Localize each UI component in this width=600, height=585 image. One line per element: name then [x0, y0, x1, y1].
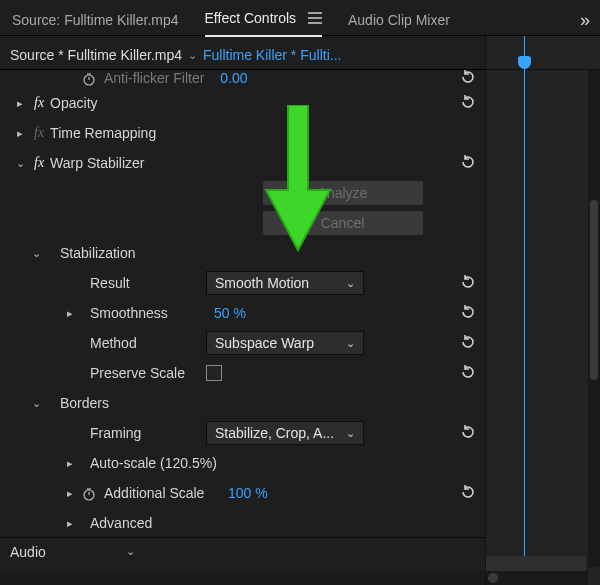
framing-label: Framing: [90, 425, 200, 441]
playhead-line: [524, 36, 525, 585]
method-label: Method: [90, 335, 200, 351]
chevron-right-icon[interactable]: ▸: [64, 517, 76, 530]
tab-effect-controls-label: Effect Controls: [205, 10, 297, 26]
chevron-down-icon: ⌄: [346, 427, 355, 440]
timeline-h-scroll[interactable]: [486, 571, 588, 585]
chevron-right-icon[interactable]: ▸: [14, 127, 26, 140]
tab-effect-controls[interactable]: Effect Controls: [205, 4, 322, 37]
prop-result: Result Smooth Motion ⌄: [0, 268, 485, 298]
warp-action-buttons: Analyze Cancel: [0, 178, 485, 238]
scrollbar-thumb[interactable]: [590, 200, 598, 380]
clip-label[interactable]: Fulltime Killer * Fullti...: [203, 47, 341, 63]
source-label: Source * Fulltime Killer.mp4: [10, 47, 182, 63]
method-select[interactable]: Subspace Warp ⌄: [206, 331, 364, 355]
audio-label: Audio: [10, 544, 46, 560]
reset-button[interactable]: [459, 303, 477, 324]
panel-tabs: Source: Fulltime Killer.mp4 Effect Contr…: [0, 0, 600, 36]
reset-button[interactable]: [459, 483, 477, 504]
chevron-down-icon[interactable]: ⌄: [30, 247, 42, 260]
hamburger-icon[interactable]: [308, 11, 322, 27]
tab-source[interactable]: Source: Fulltime Killer.mp4: [12, 6, 179, 36]
timeline-ruler[interactable]: [486, 36, 600, 70]
framing-select[interactable]: Stabilize, Crop, A... ⌄: [206, 421, 364, 445]
stopwatch-icon[interactable]: [82, 485, 98, 501]
result-select[interactable]: Smooth Motion ⌄: [206, 271, 364, 295]
chevron-down-icon: ⌄: [346, 277, 355, 290]
chevron-down-icon[interactable]: ⌄: [126, 545, 135, 558]
smoothness-label: Smoothness: [90, 305, 208, 321]
zoom-knob-left[interactable]: [488, 573, 498, 583]
borders-header: Borders: [60, 395, 109, 411]
reset-button[interactable]: [459, 363, 477, 384]
effect-warp-stabilizer[interactable]: ⌄ fx Warp Stabilizer: [0, 148, 485, 178]
chevron-down-icon[interactable]: ⌄: [30, 397, 42, 410]
chevron-down-icon[interactable]: ⌄: [14, 157, 26, 170]
method-value: Subspace Warp: [215, 335, 314, 351]
smoothness-value[interactable]: 50 %: [214, 305, 246, 321]
chevron-right-icon[interactable]: ▸: [64, 307, 76, 320]
reset-button[interactable]: [459, 153, 477, 174]
result-label: Result: [90, 275, 200, 291]
advanced-header: Advanced: [90, 515, 152, 531]
panel-h-scroll[interactable]: [0, 571, 485, 585]
chevron-down-icon[interactable]: ⌄: [188, 49, 197, 62]
vertical-scrollbar[interactable]: [588, 70, 600, 567]
prop-anti-flicker: ▸ Anti-flicker Filter 0.00: [0, 70, 485, 88]
fx-icon[interactable]: fx: [34, 95, 44, 111]
preserve-scale-label: Preserve Scale: [90, 365, 200, 381]
effect-time-remapping[interactable]: ▸ fx Time Remapping: [0, 118, 485, 148]
result-value: Smooth Motion: [215, 275, 309, 291]
chevron-down-icon: ⌄: [346, 337, 355, 350]
warp-stabilizer-label: Warp Stabilizer: [50, 155, 144, 171]
reset-button[interactable]: [459, 93, 477, 114]
anti-flicker-label: Anti-flicker Filter: [104, 70, 204, 86]
group-advanced[interactable]: ▸ Advanced: [0, 508, 485, 538]
time-remapping-label: Time Remapping: [50, 125, 156, 141]
prop-method: Method Subspace Warp ⌄: [0, 328, 485, 358]
preserve-scale-checkbox[interactable]: [206, 365, 222, 381]
fx-icon[interactable]: fx: [34, 125, 44, 141]
chevron-right-icon[interactable]: ▸: [64, 487, 76, 500]
additional-scale-label: Additional Scale: [104, 485, 222, 501]
audio-section[interactable]: Audio ⌄: [0, 537, 485, 565]
auto-scale-label: Auto-scale (120.5%): [90, 455, 217, 471]
prop-preserve-scale: Preserve Scale: [0, 358, 485, 388]
prop-framing: Framing Stabilize, Crop, A... ⌄: [0, 418, 485, 448]
playhead-icon[interactable]: [518, 56, 531, 69]
reset-button[interactable]: [459, 333, 477, 354]
cancel-button: Cancel: [263, 211, 423, 235]
chevron-right-icon[interactable]: ▸: [64, 457, 76, 470]
stopwatch-icon[interactable]: [82, 70, 98, 86]
reset-button[interactable]: [459, 423, 477, 444]
reset-button[interactable]: [459, 273, 477, 294]
framing-value: Stabilize, Crop, A...: [215, 425, 334, 441]
anti-flicker-value[interactable]: 0.00: [220, 70, 247, 86]
analyze-button: Analyze: [263, 181, 423, 205]
fx-icon[interactable]: fx: [34, 155, 44, 171]
prop-additional-scale: ▸ Additional Scale 100 %: [0, 478, 485, 508]
overflow-icon[interactable]: »: [580, 10, 588, 31]
effect-controls-panel: ▸ Anti-flicker Filter 0.00 ▸ fx Opacity …: [0, 70, 485, 585]
prop-auto-scale[interactable]: ▸ Auto-scale (120.5%): [0, 448, 485, 478]
additional-scale-value[interactable]: 100 %: [228, 485, 268, 501]
reset-button[interactable]: [459, 70, 477, 89]
mini-timeline[interactable]: [485, 36, 600, 585]
group-borders[interactable]: ⌄ Borders: [0, 388, 485, 418]
group-stabilization[interactable]: ⌄ Stabilization: [0, 238, 485, 268]
chevron-right-icon[interactable]: ▸: [14, 97, 26, 110]
opacity-label: Opacity: [50, 95, 97, 111]
prop-smoothness: ▸ Smoothness 50 %: [0, 298, 485, 328]
effect-opacity[interactable]: ▸ fx Opacity: [0, 88, 485, 118]
tab-audio-mixer[interactable]: Audio Clip Mixer: [348, 6, 450, 36]
stabilization-header: Stabilization: [60, 245, 136, 261]
